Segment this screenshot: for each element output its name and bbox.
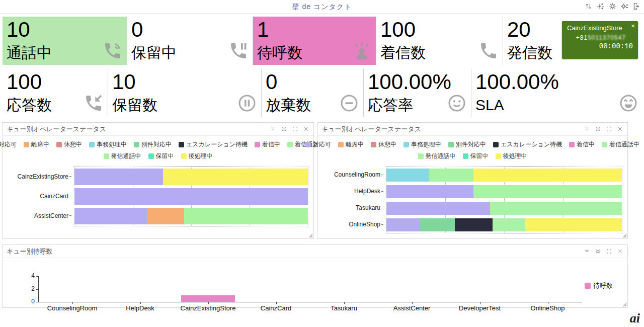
kpi-tile: 100着信数 [376,17,503,65]
legend-label: 休憩中 [378,140,396,149]
legend-item[interactable]: 後処理中 [496,152,527,160]
phone-incoming-icon [84,93,104,115]
expand-icon[interactable] [606,248,612,255]
panel-actions [270,126,309,132]
kpi-label: 着信数 [380,43,426,63]
kpi-value: 100 [380,18,499,42]
close-icon[interactable] [303,126,309,132]
category-label: HelpDesk [320,185,386,198]
legend-item[interactable]: 着信通話中 [602,140,639,149]
legend-label: 着信通話中 [609,140,639,149]
close-icon[interactable]: × [631,23,635,29]
x-tick [344,302,345,304]
legend-swatch [148,153,154,159]
legend-item[interactable]: 別件対応中 [448,140,486,149]
expand-icon[interactable] [606,126,612,132]
stacked-bar [386,169,622,182]
bar-segment [490,202,622,215]
category-label: CainzExistingStore [6,168,74,185]
gear-icon[interactable] [595,126,601,132]
gear-icon[interactable] [281,126,287,132]
legend-label: 発信通話中 [426,152,456,160]
legend-item[interactable]: 着信中 [569,140,595,149]
legend-item[interactable]: 休憩中 [56,140,82,149]
legend-item[interactable]: 離席中 [24,140,49,149]
resize-handle[interactable] [622,233,626,237]
sort-arrows-icon[interactable] [584,2,593,11]
smile-big-icon [618,93,638,113]
gear-adjust-icon[interactable] [620,2,629,11]
bar-segment [386,202,490,215]
legend-item[interactable]: 事務処理中 [89,140,127,149]
gear-icon [595,126,601,132]
legend-item[interactable]: 離席中 [338,140,364,149]
filter-icon[interactable] [584,126,590,132]
legend-swatch [338,142,344,147]
legend-swatch [181,153,187,159]
legend-item[interactable]: 保留中 [463,152,489,160]
gear-icon [281,126,287,132]
kpi-label: 待呼数 [257,43,302,63]
resize-handle[interactable] [308,233,312,237]
gear-icon[interactable] [608,2,617,11]
top-bar: 壁 de コンタクト [0,0,644,14]
gear-icon[interactable] [595,248,601,255]
y-tick [36,289,38,290]
bar-segment [386,169,429,182]
legend-item[interactable]: 別件対応中 [134,140,172,149]
legend-item[interactable]: 待呼数 [585,281,613,290]
y-tick-label: 4 [24,272,35,279]
legend-label: 対応可 [313,140,331,149]
kpi-label: 応答率 [368,95,413,115]
chart-legend: 対応可離席中休憩中事務処理中別件対応中エスカレーション待機着信中着信通話中 [3,140,313,149]
y-tick-label: 0 [24,298,35,305]
exit-icon[interactable] [632,2,641,11]
kpi-label: 応答数 [7,95,52,115]
filter-icon[interactable] [584,248,590,255]
watermark: ai [630,311,640,326]
phone-country-code: +81 [576,34,588,41]
resize-handle[interactable] [622,302,626,306]
legend-item[interactable]: 発信通話中 [418,152,456,160]
bar-segment [455,218,493,231]
legend-item[interactable]: エスカレーション待機 [179,140,248,149]
filter-icon [584,126,590,132]
legend-item[interactable]: 休憩中 [371,140,396,149]
x-category-label: DeveloperTest [446,304,514,312]
x-tick [140,302,141,304]
expand-icon [292,126,298,132]
phone-icon [478,41,499,63]
bar-segment [473,185,622,198]
legend-item[interactable]: 発信通話中 [104,152,141,160]
x-category-label: CainzCard [242,304,310,312]
legend-item[interactable]: 保留中 [148,152,174,160]
phone-hold-icon [228,41,249,63]
filter-icon[interactable] [270,126,276,132]
toast-call-timer: 00:00:10 [567,42,634,50]
legend-item[interactable]: 対応可 [305,140,331,149]
legend-swatch [418,153,424,159]
legend-item[interactable]: 着信中 [255,140,280,149]
legend-item[interactable]: 後処理中 [181,152,213,160]
close-icon[interactable] [617,248,623,255]
legend-swatch [448,142,454,147]
legend-item[interactable]: 事務処理中 [404,140,441,149]
flow-icon[interactable] [596,2,605,11]
expand-icon[interactable] [292,126,298,132]
legend-item[interactable]: エスカレーション待機 [493,140,562,149]
toast-queue-name: CainzExistingStore [567,24,634,32]
bar-segment [74,188,308,205]
x-tick [72,302,73,304]
kpi-value: 100.00% [475,70,638,94]
bar-segment [386,218,420,231]
bar-segment [493,218,526,231]
x-tick [412,302,413,304]
x-tick [480,302,480,304]
legend-item[interactable]: 対応可 [0,140,17,149]
legend-label: 発信通話中 [111,152,141,160]
panel-actions [584,248,623,255]
close-icon[interactable] [617,126,623,132]
phone-number-masked: 5011370547 [588,34,626,41]
legend-label: 保留中 [156,152,174,160]
kpi-row: 10通話中0保留中1待呼数100着信数20発信数 [3,17,642,65]
